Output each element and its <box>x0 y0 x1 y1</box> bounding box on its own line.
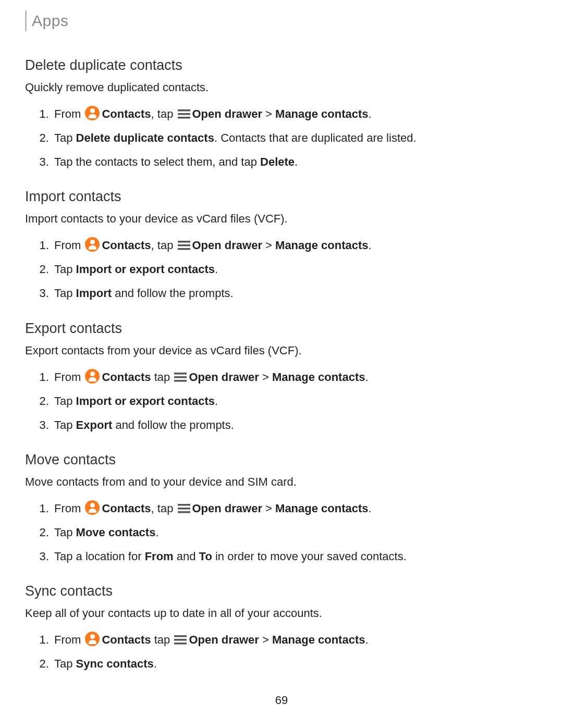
bold-text: Import or export contacts <box>76 394 215 408</box>
step-item: Tap the contacts to select them, and tap… <box>52 153 532 171</box>
step-item: From Contacts, tap Open drawer > Manage … <box>52 237 532 254</box>
section-desc: Quickly remove duplicated contacts. <box>25 79 532 96</box>
svg-rect-4 <box>178 244 190 246</box>
bold-text: Manage contacts <box>275 107 369 120</box>
svg-rect-2 <box>178 117 190 119</box>
svg-rect-1 <box>178 113 190 115</box>
header: Apps <box>25 10 532 31</box>
drawer-icon <box>178 241 190 250</box>
step-item: From Contacts, tap Open drawer > Manage … <box>52 105 532 123</box>
svg-rect-11 <box>178 511 190 513</box>
bold-text: Manage contacts <box>272 633 365 646</box>
svg-rect-9 <box>178 504 190 506</box>
drawer-icon <box>178 109 190 119</box>
bold-text: Open drawer <box>189 633 259 646</box>
bold-text: To <box>199 550 212 563</box>
bold-text: From <box>145 550 174 563</box>
steps-list: From Contacts tap Open drawer > Manage c… <box>25 368 532 434</box>
step-item: Tap Delete duplicate contacts. Contacts … <box>52 129 532 147</box>
drawer-icon <box>174 635 187 645</box>
bold-text: Import <box>76 287 112 300</box>
header-title: Apps <box>32 12 68 30</box>
contacts-icon <box>85 369 100 384</box>
bold-text: Contacts <box>102 239 151 252</box>
step-item: Tap Import or export contacts. <box>52 261 532 278</box>
section-title: Import contacts <box>25 189 532 205</box>
drawer-icon <box>178 504 190 513</box>
bold-text: Contacts <box>102 502 151 515</box>
bold-text: Delete duplicate contacts <box>76 131 214 144</box>
svg-rect-7 <box>174 376 187 378</box>
section-desc: Export contacts from your device as vCar… <box>25 342 532 359</box>
section-desc: Import contacts to your device as vCard … <box>25 210 532 227</box>
bold-text: Sync contacts <box>76 657 154 670</box>
section-import: Import contactsImport contacts to your d… <box>25 189 532 302</box>
svg-rect-10 <box>178 508 190 510</box>
bold-text: Move contacts <box>76 526 156 539</box>
section-desc: Keep all of your contacts up to date in … <box>25 604 532 622</box>
section-title: Sync contacts <box>25 583 532 599</box>
bold-text: Contacts <box>102 107 151 120</box>
bold-text: Manage contacts <box>275 502 369 515</box>
step-item: From Contacts, tap Open drawer > Manage … <box>52 500 532 517</box>
steps-list: From Contacts, tap Open drawer > Manage … <box>25 105 532 171</box>
step-item: Tap a location for From and To in order … <box>52 548 532 565</box>
step-item: Tap Export and follow the prompts. <box>52 416 532 434</box>
svg-rect-3 <box>178 241 190 243</box>
section-title: Move contacts <box>25 452 532 468</box>
page: Apps Delete duplicate contactsQuickly re… <box>0 0 563 728</box>
steps-list: From Contacts tap Open drawer > Manage c… <box>25 631 532 673</box>
bold-text: Open drawer <box>192 502 262 515</box>
contacts-icon <box>85 237 100 252</box>
svg-rect-0 <box>178 109 190 112</box>
bold-text: Open drawer <box>189 371 259 384</box>
bold-text: Contacts <box>102 371 151 384</box>
svg-rect-8 <box>174 380 187 382</box>
step-item: From Contacts tap Open drawer > Manage c… <box>52 368 532 386</box>
contacts-icon <box>85 632 100 646</box>
section-sync: Sync contactsKeep all of your contacts u… <box>25 583 532 673</box>
bold-text: Export <box>76 418 113 431</box>
svg-rect-6 <box>174 373 187 375</box>
bold-text: Delete <box>260 155 295 168</box>
bold-text: Import or export contacts <box>76 263 215 276</box>
svg-rect-14 <box>174 643 187 645</box>
drawer-icon <box>174 373 187 382</box>
section-desc: Move contacts from and to your device an… <box>25 473 532 490</box>
step-item: Tap Move contacts. <box>52 524 532 541</box>
bold-text: Open drawer <box>192 107 262 120</box>
svg-rect-12 <box>174 635 187 637</box>
bold-text: Open drawer <box>192 239 262 252</box>
steps-list: From Contacts, tap Open drawer > Manage … <box>25 500 532 565</box>
section-title: Delete duplicate contacts <box>25 57 532 73</box>
section-title: Export contacts <box>25 320 532 337</box>
step-item: Tap Sync contacts. <box>52 655 532 673</box>
step-item: Tap Import and follow the prompts. <box>52 285 532 302</box>
bold-text: Contacts <box>102 633 151 646</box>
step-item: From Contacts tap Open drawer > Manage c… <box>52 631 532 649</box>
header-tick <box>25 10 27 31</box>
svg-rect-5 <box>178 248 190 250</box>
contacts-icon <box>85 500 100 515</box>
step-item: Tap Import or export contacts. <box>52 392 532 410</box>
page-number: 69 <box>0 694 563 707</box>
bold-text: Manage contacts <box>275 239 369 252</box>
bold-text: Manage contacts <box>272 371 365 384</box>
contacts-icon <box>85 106 100 120</box>
steps-list: From Contacts, tap Open drawer > Manage … <box>25 237 532 302</box>
section-move: Move contactsMove contacts from and to y… <box>25 452 532 565</box>
svg-rect-13 <box>174 639 187 641</box>
section-export: Export contactsExport contacts from your… <box>25 320 532 434</box>
section-delete-duplicates: Delete duplicate contactsQuickly remove … <box>25 57 532 171</box>
